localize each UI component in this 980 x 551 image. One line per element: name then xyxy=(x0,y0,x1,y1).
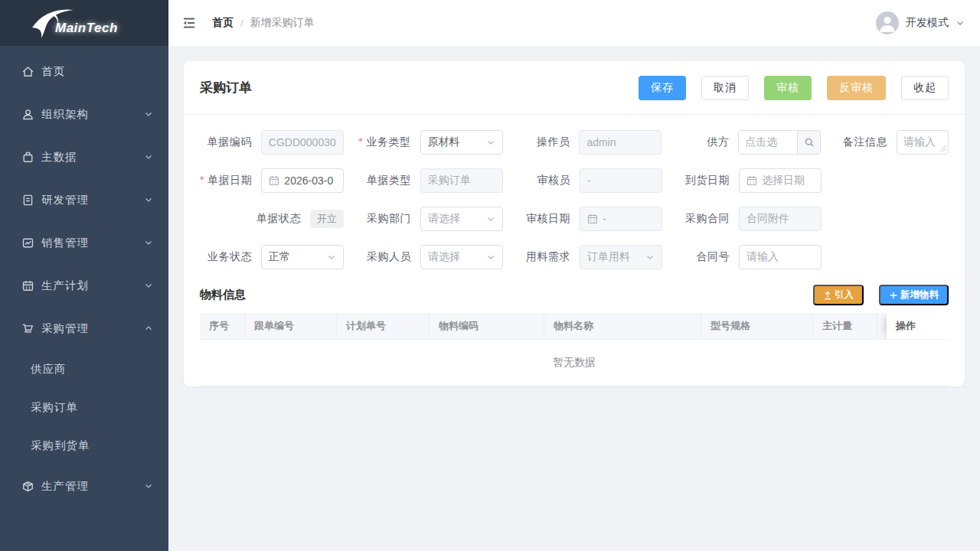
purchaser-select[interactable]: 请选择 xyxy=(420,245,503,269)
business-status-select[interactable]: 正常 xyxy=(261,245,344,269)
chevron-down-icon xyxy=(486,214,495,223)
chevron-down-icon xyxy=(144,152,153,161)
field-label: 单据类型 xyxy=(344,174,420,187)
form-row: 业务状态 正常 采购人员 请选择 用料需求 订单用料 合同号 xyxy=(200,238,949,276)
sidebar-item-home[interactable]: 首页 xyxy=(0,50,168,93)
field-label: 审核员 xyxy=(503,174,580,187)
field-label: 用料需求 xyxy=(503,250,580,264)
contract-attachment-input[interactable]: 合同附件 xyxy=(739,207,822,231)
bag-icon xyxy=(21,151,34,164)
chevron-down-icon xyxy=(144,109,153,119)
sidebar-item-production-management[interactable]: 生产管理 xyxy=(0,465,168,507)
sidebar-item-production-plan[interactable]: 生产计划 xyxy=(0,264,168,307)
doc-type-input: 采购订单 xyxy=(420,168,503,193)
calendar-icon xyxy=(746,175,757,186)
order-form: 单据编码 CGDD000030 业务类型 原材料 操作员 admin 供方 xyxy=(184,115,965,278)
col-seq: 序号 xyxy=(200,313,245,339)
sidebar-subitem-purchase-arrival[interactable]: 采购到货单 xyxy=(0,426,168,465)
audit-button[interactable]: 审核 xyxy=(764,76,812,100)
sidebar-item-purchase-management[interactable]: 采购管理 xyxy=(0,307,168,350)
field-contract-no: 合同号 请输入 xyxy=(662,245,822,269)
import-button[interactable]: 引入 xyxy=(813,285,864,305)
breadcrumb-home[interactable]: 首页 xyxy=(212,16,234,30)
auditor-input: - xyxy=(580,168,662,193)
sidebar-item-sales-management[interactable]: 销售管理 xyxy=(0,221,168,264)
home-icon xyxy=(21,65,34,78)
field-label: 供方 xyxy=(662,135,738,149)
plus-icon xyxy=(889,291,898,300)
page-content: 采购订单 保存 取消 审核 反审核 收起 单据编码 xyxy=(168,46,980,551)
field-doc-date: 单据日期 2026-03-0 xyxy=(200,168,344,193)
audit-date-input: - xyxy=(580,207,662,231)
sidebar-item-label: 研发管理 xyxy=(41,193,89,207)
field-remark: 备注信息 请输入 xyxy=(821,130,949,155)
business-type-select[interactable]: 原材料 xyxy=(420,130,503,155)
field-label: 到货日期 xyxy=(662,174,739,187)
breadcrumb: 首页 / 新增采购订单 xyxy=(212,16,315,30)
main-area: 首页 / 新增采购订单 开发模式 采购订单 保存 取消 xyxy=(168,0,980,551)
status-badge: 开立 xyxy=(310,210,344,228)
field-label: 审核日期 xyxy=(503,212,580,226)
breadcrumb-current: 新增采购订单 xyxy=(250,16,315,30)
collapse-button[interactable]: 收起 xyxy=(901,76,949,100)
sidebar-item-label: 组织架构 xyxy=(41,107,89,122)
avatar[interactable] xyxy=(876,11,899,34)
field-label: 采购人员 xyxy=(344,250,420,264)
sidebar-item-master-data[interactable]: 主数据 xyxy=(0,135,168,178)
chevron-down-icon xyxy=(144,281,153,290)
field-purchaser: 采购人员 请选择 xyxy=(344,245,503,269)
resize-handle-icon[interactable] xyxy=(939,145,946,152)
sidebar-item-label: 生产计划 xyxy=(41,279,89,293)
cancel-button[interactable]: 取消 xyxy=(701,76,749,100)
save-button[interactable]: 保存 xyxy=(639,76,686,100)
materials-actions: 引入 新增物料 xyxy=(813,285,949,305)
materials-header: 物料信息 引入 新增物料 xyxy=(184,278,965,313)
chevron-down-icon xyxy=(144,481,153,491)
add-material-button[interactable]: 新增物料 xyxy=(879,285,949,305)
page-title: 采购订单 xyxy=(200,79,252,96)
chevron-up-icon xyxy=(144,324,153,333)
purchase-dept-select[interactable]: 请选择 xyxy=(420,207,503,231)
contract-no-input[interactable]: 请输入 xyxy=(739,245,822,269)
form-row: 单据编码 CGDD000030 业务类型 原材料 操作员 admin 供方 xyxy=(200,123,949,161)
materials-table: 序号 跟单编号 计划单号 物料编码 物料名称 型号规格 主计量 需 操作 暂无数… xyxy=(200,313,949,386)
sidebar-item-label: 主数据 xyxy=(41,150,77,165)
chevron-down-icon xyxy=(144,195,153,204)
user-icon xyxy=(21,108,34,121)
col-spec: 型号规格 xyxy=(701,313,813,339)
sidebar-item-organization[interactable]: 组织架构 xyxy=(0,93,168,135)
cart-icon xyxy=(21,322,34,335)
field-doc-code: 单据编码 CGDD000030 xyxy=(200,130,344,155)
arrival-date-picker[interactable]: 选择日期 xyxy=(739,168,822,193)
unaudit-button[interactable]: 反审核 xyxy=(827,76,886,100)
breadcrumb-separator: / xyxy=(240,18,243,29)
col-mat-name: 物料名称 xyxy=(544,313,701,339)
sidebar-item-rd-management[interactable]: 研发管理 xyxy=(0,178,168,221)
sidebar-item-label: 销售管理 xyxy=(41,236,89,250)
calendar-icon xyxy=(21,279,34,292)
field-label: 业务状态 xyxy=(200,250,261,264)
header-actions: 保存 取消 审核 反审核 收起 xyxy=(639,76,949,100)
supplier-input[interactable]: 点击选 xyxy=(739,131,797,154)
purchase-order-card: 采购订单 保存 取消 审核 反审核 收起 单据编码 xyxy=(184,61,965,386)
material-demand-select: 订单用料 xyxy=(580,245,662,269)
sidebar-subitem-label: 采购订单 xyxy=(31,400,78,415)
supplier-search-button[interactable] xyxy=(797,131,820,154)
supplier-picker[interactable]: 点击选 xyxy=(738,130,821,155)
table-header-row: 序号 跟单编号 计划单号 物料编码 物料名称 型号规格 主计量 需 xyxy=(200,313,949,340)
chevron-down-icon xyxy=(327,253,336,262)
field-material-demand: 用料需求 订单用料 xyxy=(503,245,662,269)
chevron-down-icon xyxy=(956,18,965,28)
sidebar-subitem-supplier[interactable]: 供应商 xyxy=(0,350,168,388)
sidebar-subitem-label: 采购到货单 xyxy=(31,439,90,453)
field-arrival-date: 到货日期 选择日期 xyxy=(662,168,822,193)
brand-logo[interactable]: MainTech xyxy=(0,0,168,46)
sidebar-subitem-purchase-order[interactable]: 采购订单 xyxy=(0,388,168,426)
field-doc-status: 单据状态 开立 xyxy=(200,207,344,231)
field-purchase-contract: 采购合同 合同附件 xyxy=(662,207,822,231)
remark-textarea[interactable]: 请输入 xyxy=(897,130,949,155)
field-operator: 操作员 admin xyxy=(503,130,662,155)
user-menu[interactable]: 开发模式 xyxy=(876,11,965,34)
menu-fold-icon[interactable] xyxy=(181,15,197,31)
doc-date-picker[interactable]: 2026-03-0 xyxy=(261,168,344,193)
